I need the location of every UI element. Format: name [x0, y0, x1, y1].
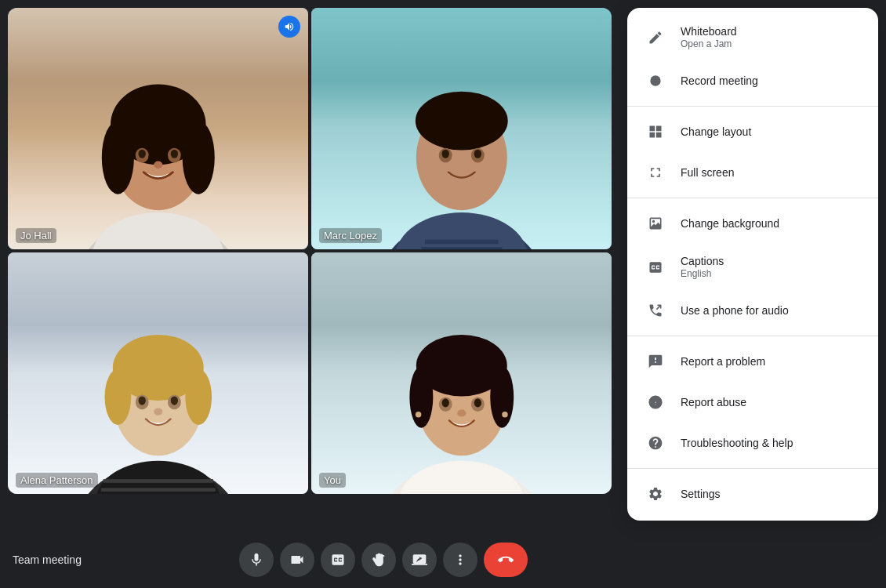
- svg-point-23: [474, 150, 481, 158]
- svg-point-37: [138, 397, 145, 405]
- participant-tile-alena: Alena Patterson: [8, 252, 308, 494]
- menu-item-whiteboard-content: Whiteboard Open a Jam: [681, 25, 737, 49]
- help-icon: [646, 434, 665, 452]
- svg-point-6: [182, 121, 214, 194]
- svg-point-19: [416, 92, 508, 151]
- participant-tile-jo: Jo Hall: [8, 8, 308, 249]
- svg-point-38: [170, 397, 177, 405]
- present-button[interactable]: [402, 543, 437, 577]
- menu-item-layout-label: Change layout: [681, 125, 751, 138]
- menu-item-phone-audio-content: Use a phone for audio: [681, 304, 789, 317]
- menu-item-whiteboard-label: Whiteboard: [681, 25, 737, 38]
- menu-item-record-content: Record meeting: [681, 74, 758, 87]
- mic-button[interactable]: [239, 543, 274, 577]
- menu-item-fullscreen-content: Full screen: [681, 166, 734, 179]
- menu-item-phone-audio[interactable]: Use a phone for audio: [627, 290, 878, 331]
- menu-item-whiteboard[interactable]: Whiteboard Open a Jam: [627, 14, 878, 60]
- svg-point-51: [457, 409, 466, 416]
- menu-item-background-content: Change background: [681, 217, 779, 230]
- svg-point-5: [101, 121, 133, 194]
- participant-name-marc: Marc Lopez: [319, 228, 382, 243]
- svg-rect-27: [103, 479, 212, 483]
- menu-item-report-problem-label: Report a problem: [681, 355, 765, 368]
- participant-tile-marc: Marc Lopez: [311, 8, 612, 249]
- svg-point-34: [185, 369, 212, 425]
- captions-button[interactable]: [321, 543, 355, 577]
- participant-name-you: You: [319, 473, 346, 488]
- video-grid: Jo Hall: [8, 8, 612, 494]
- menu-item-fullscreen[interactable]: Full screen: [627, 152, 878, 193]
- menu-item-settings[interactable]: Settings: [627, 474, 878, 514]
- menu-item-troubleshooting-label: Troubleshooting & help: [681, 437, 793, 449]
- background-icon: [646, 214, 665, 233]
- menu-item-troubleshooting-content: Troubleshooting & help: [681, 437, 793, 449]
- svg-point-11: [154, 162, 162, 169]
- more-options-button[interactable]: [443, 543, 477, 577]
- toolbar-controls: [239, 543, 528, 577]
- svg-rect-28: [101, 488, 216, 492]
- svg-point-50: [474, 398, 481, 407]
- svg-point-10: [170, 150, 177, 158]
- settings-icon: [646, 485, 665, 503]
- menu-item-report-abuse-content: Report abuse: [681, 396, 746, 408]
- svg-point-45: [409, 366, 433, 428]
- menu-item-background-label: Change background: [681, 217, 779, 230]
- menu-item-layout-content: Change layout: [681, 125, 751, 138]
- menu-item-record-label: Record meeting: [681, 74, 758, 87]
- menu-item-settings-label: Settings: [681, 488, 721, 500]
- menu-item-record[interactable]: Record meeting: [627, 60, 878, 101]
- report-problem-icon: [646, 352, 665, 371]
- menu-item-phone-audio-label: Use a phone for audio: [681, 304, 789, 317]
- participant-tile-you: You: [311, 252, 612, 494]
- menu-item-captions-label: Captions: [681, 255, 724, 267]
- pencil-icon: [646, 28, 665, 47]
- raise-hand-button[interactable]: [361, 543, 396, 577]
- participant-name-jo: Jo Hall: [16, 228, 56, 243]
- menu-item-whiteboard-sublabel: Open a Jam: [681, 38, 737, 49]
- fullscreen-icon: [646, 163, 665, 182]
- menu-item-report-problem[interactable]: Report a problem: [627, 341, 878, 382]
- menu-item-report-abuse[interactable]: Report abuse: [627, 382, 878, 423]
- menu-item-report-problem-content: Report a problem: [681, 355, 765, 368]
- svg-point-41: [399, 461, 524, 494]
- camera-button[interactable]: [280, 543, 314, 577]
- report-abuse-icon: [646, 393, 665, 412]
- context-menu: Whiteboard Open a Jam Record meeting Cha…: [627, 8, 878, 521]
- menu-item-layout[interactable]: Change layout: [627, 111, 878, 152]
- svg-point-52: [416, 412, 421, 417]
- svg-point-53: [502, 412, 507, 417]
- cc-icon: [646, 258, 665, 277]
- menu-divider-4: [627, 468, 878, 469]
- svg-point-54: [650, 75, 660, 85]
- menu-item-captions[interactable]: Captions English: [627, 244, 878, 290]
- menu-item-fullscreen-label: Full screen: [681, 166, 734, 179]
- menu-item-troubleshooting[interactable]: Troubleshooting & help: [627, 423, 878, 463]
- menu-divider-1: [627, 106, 878, 107]
- active-speaker-badge: [278, 16, 300, 38]
- participant-name-alena: Alena Patterson: [16, 473, 98, 488]
- svg-point-49: [441, 398, 448, 407]
- menu-item-settings-content: Settings: [681, 488, 721, 500]
- svg-point-9: [138, 150, 145, 158]
- menu-item-captions-content: Captions English: [681, 255, 724, 279]
- svg-point-33: [104, 369, 131, 425]
- phone-icon: [646, 301, 665, 320]
- svg-point-1: [92, 212, 223, 249]
- svg-point-39: [154, 408, 162, 416]
- menu-item-captions-sublabel: English: [681, 268, 724, 279]
- svg-point-22: [441, 150, 448, 158]
- menu-divider-2: [627, 198, 878, 198]
- end-call-button[interactable]: [484, 543, 528, 577]
- meeting-title: Team meeting: [13, 554, 82, 566]
- layout-icon: [646, 122, 665, 141]
- toolbar: Team meeting: [0, 532, 619, 588]
- record-icon: [646, 71, 665, 90]
- menu-item-background[interactable]: Change background: [627, 203, 878, 244]
- menu-item-report-abuse-label: Report abuse: [681, 396, 746, 408]
- svg-point-46: [490, 366, 514, 428]
- menu-divider-3: [627, 336, 878, 336]
